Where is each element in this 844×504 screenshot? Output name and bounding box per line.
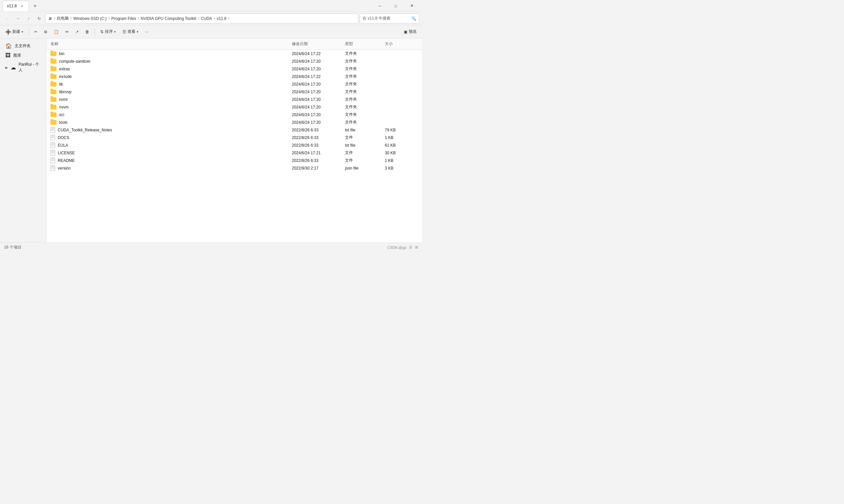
refresh-button[interactable]: ↻ bbox=[35, 14, 44, 23]
file-icon bbox=[51, 135, 55, 140]
breadcrumb[interactable]: 🖥 > 此电脑 > Windows-SSD (C:) > Program Fil… bbox=[45, 14, 358, 23]
table-row[interactable]: src 2024/6/24 17:20 文件夹 bbox=[47, 111, 422, 119]
sort-button[interactable]: ⇅ 排序 ▾ bbox=[98, 28, 119, 36]
copy-button[interactable]: ⧉ bbox=[41, 28, 50, 36]
column-name[interactable]: 名称 bbox=[51, 40, 292, 48]
file-icon bbox=[51, 127, 55, 133]
preview-icon: ▣ bbox=[404, 30, 407, 34]
table-row[interactable]: extras 2024/6/24 17:20 文件夹 bbox=[47, 65, 422, 73]
breadcrumb-pc[interactable]: 此电脑 bbox=[57, 16, 69, 21]
new-tab-button[interactable]: + bbox=[30, 1, 39, 11]
file-name: include bbox=[51, 74, 292, 79]
delete-icon: 🗑 bbox=[85, 30, 89, 34]
cut-button[interactable]: ✂ bbox=[32, 28, 40, 36]
breadcrumb-drive[interactable]: Windows-SSD (C:) bbox=[73, 16, 107, 21]
column-size[interactable]: 大小 bbox=[385, 40, 418, 48]
tab-label: v11.8 bbox=[7, 4, 17, 8]
file-name-text: LICENSE bbox=[58, 151, 75, 155]
expand-icon: ▶ bbox=[5, 66, 8, 69]
sort-icon: ⇅ bbox=[100, 30, 104, 34]
folder-icon bbox=[51, 97, 56, 102]
back-button[interactable]: ← bbox=[3, 14, 12, 23]
tab-close-button[interactable]: ✕ bbox=[19, 3, 24, 8]
rename-button[interactable]: ✏ bbox=[63, 28, 71, 36]
folder-icon bbox=[51, 82, 56, 87]
table-row[interactable]: bin 2024/6/24 17:22 文件夹 bbox=[47, 50, 422, 57]
more-button[interactable]: ··· bbox=[142, 28, 151, 36]
file-type: txt file bbox=[345, 128, 385, 132]
toolbar: ➕ 新建 ▾ ✂ ⧉ 📋 ✏ ↗ 🗑 ⇅ 排序 ▾ ☰ 查看 ▾ ··· ▣ 预… bbox=[0, 25, 422, 38]
table-row[interactable]: LICENSE 2024/6/24 17:21 文件 30 KB bbox=[47, 149, 422, 157]
sidebar-item-panrui[interactable]: ▶ ☁ PanRui - 个人 bbox=[1, 60, 45, 75]
file-modified: 2024/6/24 17:20 bbox=[292, 67, 345, 71]
file-type: json file bbox=[345, 166, 385, 170]
breadcrumb-program-files[interactable]: Program Files bbox=[111, 16, 136, 21]
search-placeholder: 在 v11.8 中搜索 bbox=[363, 16, 390, 21]
folder-icon bbox=[51, 112, 56, 117]
table-row[interactable]: include 2024/6/24 17:22 文件夹 bbox=[47, 73, 422, 80]
file-list-header: 名称 修改日期 类型 大小 bbox=[47, 38, 422, 50]
minimize-button[interactable]: ─ bbox=[372, 1, 387, 11]
breadcrumb-cuda[interactable]: CUDA bbox=[201, 16, 212, 21]
column-modified[interactable]: 修改日期 bbox=[292, 40, 345, 48]
close-window-button[interactable]: ✕ bbox=[404, 1, 419, 11]
file-name-text: version bbox=[58, 166, 71, 170]
forward-button[interactable]: → bbox=[13, 14, 22, 23]
table-row[interactable]: DOCS 2022/8/26 6:33 文件 1 KB bbox=[47, 134, 422, 141]
new-button[interactable]: ➕ 新建 ▾ bbox=[3, 28, 26, 36]
file-type: 文件夹 bbox=[345, 89, 385, 94]
file-modified: 2022/9/30 2:17 bbox=[292, 166, 345, 170]
breadcrumb-version[interactable]: v11.8 bbox=[217, 16, 226, 21]
table-row[interactable]: libnvvp 2024/6/24 17:20 文件夹 bbox=[47, 88, 422, 95]
maximize-button[interactable]: □ bbox=[388, 1, 403, 11]
table-row[interactable]: compute-sanitizer 2024/6/24 17:20 文件夹 bbox=[47, 57, 422, 65]
sidebar: 🏠 主文件夹 🖼 图库 ▶ ☁ PanRui - 个人 bbox=[0, 38, 47, 242]
preview-button[interactable]: ▣ 预览 bbox=[401, 28, 419, 36]
table-row[interactable]: lib 2024/6/24 17:20 文件夹 bbox=[47, 80, 422, 88]
share-button[interactable]: ↗ bbox=[73, 28, 81, 36]
table-row[interactable]: tools 2024/6/24 17:20 文件夹 bbox=[47, 119, 422, 126]
paste-button[interactable]: 📋 bbox=[51, 28, 61, 36]
file-name-text: EULA bbox=[58, 143, 68, 148]
sidebar-item-gallery[interactable]: 🖼 图库 bbox=[1, 51, 45, 60]
file-type: 文件 bbox=[345, 158, 385, 163]
table-row[interactable]: nvml 2024/6/24 17:20 文件夹 bbox=[47, 95, 422, 103]
folder-icon bbox=[51, 51, 56, 56]
view-toggle-grid-icon[interactable]: ⊞ bbox=[415, 245, 418, 250]
file-icon bbox=[51, 158, 55, 163]
file-icon bbox=[51, 150, 55, 156]
breadcrumb-nvidia[interactable]: NVIDIA GPU Computing Toolkit bbox=[141, 16, 196, 21]
delete-button[interactable]: 🗑 bbox=[83, 28, 92, 36]
file-name-text: nvvm bbox=[59, 105, 69, 109]
table-row[interactable]: version 2022/9/30 2:17 json file 3 KB bbox=[47, 164, 422, 172]
tab[interactable]: v11.8 ✕ bbox=[3, 1, 29, 11]
file-name-text: tools bbox=[59, 120, 67, 125]
table-row[interactable]: nvvm 2024/6/24 17:20 文件夹 bbox=[47, 103, 422, 111]
file-modified: 2022/8/26 6:33 bbox=[292, 158, 345, 163]
table-row[interactable]: EULA 2022/8/26 6:33 txt file 61 KB bbox=[47, 141, 422, 149]
file-type: 文件夹 bbox=[345, 51, 385, 56]
sidebar-item-home[interactable]: 🏠 主文件夹 bbox=[1, 41, 45, 51]
column-type[interactable]: 类型 bbox=[345, 40, 385, 48]
view-button[interactable]: ☰ 查看 ▾ bbox=[120, 28, 141, 36]
file-list: 名称 修改日期 类型 大小 bin 2024/6/24 17:22 文件夹 co… bbox=[47, 38, 422, 242]
file-name: DOCS bbox=[51, 135, 292, 140]
file-modified: 2024/6/24 17:20 bbox=[292, 97, 345, 102]
search-box[interactable]: 在 v11.8 中搜索 🔍 bbox=[359, 14, 419, 23]
status-count: 16 个项目 bbox=[4, 245, 22, 250]
file-modified: 2024/6/24 17:20 bbox=[292, 82, 345, 87]
folder-icon bbox=[51, 74, 56, 79]
file-name-text: extras bbox=[59, 67, 70, 71]
share-icon: ↗ bbox=[75, 30, 79, 34]
file-name-text: bin bbox=[59, 51, 65, 56]
up-button[interactable]: ↑ bbox=[24, 14, 33, 23]
status-right: CSDN @gp ☰ ⊞ bbox=[387, 245, 418, 250]
file-name: version bbox=[51, 165, 292, 171]
table-row[interactable]: README 2022/8/26 6:33 文件 1 KB bbox=[47, 157, 422, 164]
table-row[interactable]: CUDA_Toolkit_Release_Notes 2022/8/26 6:3… bbox=[47, 126, 422, 134]
file-name: lib bbox=[51, 82, 292, 87]
file-name-text: README bbox=[58, 158, 75, 163]
file-name: extras bbox=[51, 67, 292, 71]
view-toggle-list-icon[interactable]: ☰ bbox=[409, 245, 412, 250]
file-modified: 2024/6/24 17:20 bbox=[292, 120, 345, 125]
